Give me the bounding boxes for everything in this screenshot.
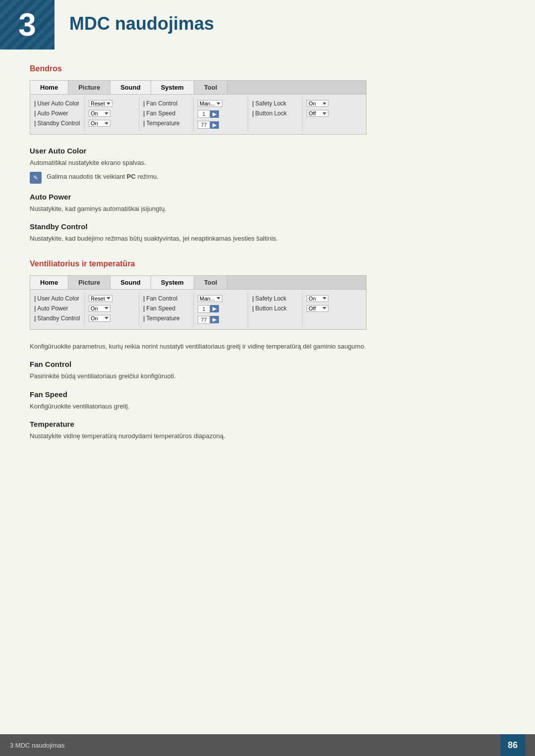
tab-tool-2[interactable]: Tool [194,276,227,289]
col-labels-1: User Auto Color Auto Power Standby Contr… [30,98,85,131]
table-row: Temperature [143,313,189,323]
label-fan-speed: Fan Speed [143,110,175,117]
tab-system-2[interactable]: System [151,276,194,289]
header: 3 MDC naudojimas [0,0,535,50]
col-labels-v1: User Auto Color Auto Power Standby Contr… [30,293,85,326]
chapter-number: 3 [18,6,36,43]
table-ventiliatorius: Home Picture Sound System Tool User Auto… [30,275,367,330]
fan-speed-arrow[interactable]: ▶ [210,110,219,118]
table-row: On [89,108,135,118]
table-row: Safety Lock [252,99,298,108]
table-row: Man... [198,99,244,108]
table-row: Auto Power [34,303,80,313]
select-reset-v[interactable]: Reset [89,295,112,302]
table-row: On [307,99,353,108]
tab-system-1[interactable]: System [151,81,194,94]
table-row: User Auto Color [34,294,80,303]
temperature-value-v: 77 [198,316,210,324]
col-lock-labels: Safety Lock Button Lock [248,98,303,131]
table-row: Fan Speed [143,303,189,313]
section-title-ventiliatorius: Ventiliatorius ir temperatūra [30,259,505,268]
select-button-lock[interactable]: Off [307,110,328,117]
table-row: On [89,118,135,128]
temperature-arrow-v[interactable]: ▶ [210,316,219,323]
chapter-title: MDC naudojimas [54,0,229,48]
table-row: Safety Lock [252,294,298,303]
select-fan-control-v[interactable]: Man... [198,295,222,302]
tab-picture-1[interactable]: Picture [68,81,110,94]
select-reset[interactable]: Reset [89,100,112,107]
table-body-ventiliatorius: User Auto Color Auto Power Standby Contr… [30,290,366,329]
subsection-title-fan-speed: Fan Speed [30,390,505,399]
label-standby-control: Standby Control [34,120,80,127]
table-row: On [89,313,135,323]
body-text-standby: Nustatykite, kad budėjimo režimas būtų s… [30,234,505,244]
tab-home-2[interactable]: Home [30,276,68,289]
note-row-pc: ✎ Galima naudotis tik veikiant PC režimu… [30,172,505,184]
tab-home-1[interactable]: Home [30,81,68,94]
body-text-ventiliatorius-intro: Konfigūruokite parametrus, kurių reikia … [30,342,505,352]
select-button-lock-v[interactable]: Off [307,305,328,312]
table-body-bendros: User Auto Color Auto Power Standby Contr… [30,95,366,134]
label-safety-lock-v: Safety Lock [252,295,286,302]
label-user-auto-color: User Auto Color [34,100,79,107]
body-text-temperature: Nustatykite vidinę temperatūrą nurodydam… [30,431,505,441]
col-fan-controls: Man... 1 ▶ 77 ▶ [194,98,248,131]
label-user-auto-color-v: User Auto Color [34,295,79,302]
body-text-auto-power: Nustatykite, kad gaminys automatiškai įs… [30,204,505,214]
fan-speed-arrow-v[interactable]: ▶ [210,305,219,312]
note-icon: ✎ [30,172,42,184]
table-header-ventiliatorius: Home Picture Sound System Tool [30,276,366,290]
table-row: Off [307,303,353,313]
subsection-title-fan-control: Fan Control [30,360,505,368]
select-auto-power[interactable]: On [89,110,110,117]
tab-sound-2[interactable]: Sound [110,276,151,289]
table-row: Man... [198,294,244,303]
temperature-value: 77 [198,121,210,129]
footer-page-number: 86 [500,734,525,756]
tab-sound-1[interactable]: Sound [110,81,151,94]
table-row: Reset [89,99,135,108]
select-auto-power-v[interactable]: On [89,305,110,312]
col-lock-controls-v: On Off [303,293,357,326]
label-fan-speed-v: Fan Speed [143,305,175,312]
label-fan-control: Fan Control [143,100,177,107]
subsection-title-temperature: Temperature [30,420,505,428]
tab-picture-2[interactable]: Picture [68,276,110,289]
table-row: Reset [89,294,135,303]
select-standby-v[interactable]: On [89,315,110,322]
col-lock-controls: On Off [303,98,357,131]
col-fan-labels-v: Fan Control Fan Speed Temperature [139,293,194,326]
subsection-title-standby: Standby Control [30,222,505,231]
body-text-user-auto-color: Automatiškai nustatykite ekrano spalvas. [30,158,505,168]
select-fan-control[interactable]: Man... [198,100,222,107]
body-text-fan-control: Pasirinkite būdą ventiliatoriaus greičiu… [30,371,505,381]
table-row: 1 ▶ [198,303,244,314]
col-controls-v1: Reset On On [85,293,139,326]
table-row: On [89,303,135,313]
label-auto-power: Auto Power [34,110,68,117]
select-standby[interactable]: On [89,120,110,127]
select-safety-lock[interactable]: On [307,100,328,107]
col-fan-labels: Fan Control Fan Speed Temperature [139,98,194,131]
chapter-number-block: 3 [0,0,54,50]
table-row: Standby Control [34,313,80,323]
label-standby-v: Standby Control [34,315,80,322]
label-safety-lock: Safety Lock [252,100,286,107]
select-safety-lock-v[interactable]: On [307,295,328,302]
temperature-arrow[interactable]: ▶ [210,121,219,129]
table-row: Off [307,108,353,118]
label-temperature-v: Temperature [143,315,180,322]
label-temperature: Temperature [143,120,180,127]
subsection-title-auto-power: Auto Power [30,193,505,201]
table-row: Button Lock [252,303,298,313]
fan-speed-value: 1 [198,110,210,118]
tab-tool-1[interactable]: Tool [194,81,227,94]
table-row: Fan Speed [143,108,189,118]
table-row: 1 ▶ [198,108,244,119]
table-header-bendros: Home Picture Sound System Tool [30,81,366,95]
col-fan-controls-v: Man... 1 ▶ 77 ▶ [194,293,248,326]
footer-text: 3 MDC naudojimas [10,742,65,749]
table-bendros: Home Picture Sound System Tool User Auto… [30,80,367,135]
section-title-bendros: Bendros [30,64,505,73]
